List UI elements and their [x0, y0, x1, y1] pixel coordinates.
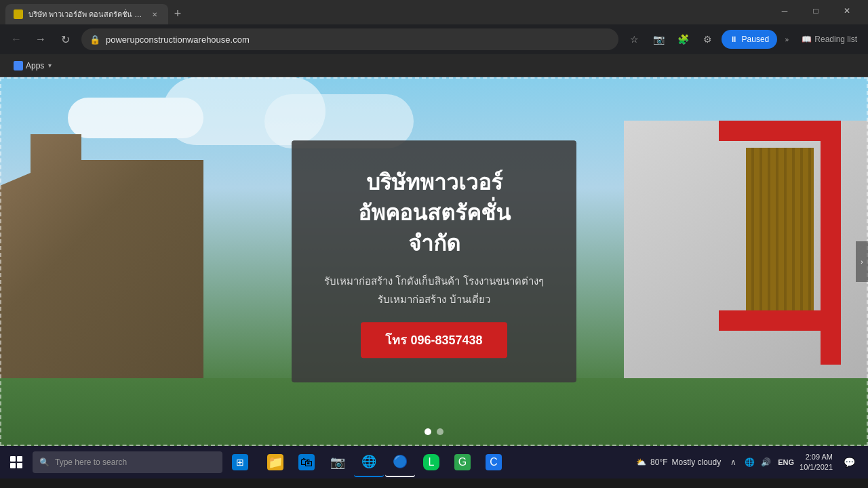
explorer-icon: 📁 [267, 454, 283, 470]
weather-condition: Mostly cloudy [672, 458, 722, 467]
taskbar-time: 2:09 AM 10/1/2021 [800, 452, 833, 473]
taskbar-app-app6[interactable]: G [448, 447, 477, 477]
taskbar-app-app7[interactable]: C [479, 447, 509, 477]
refresh-button[interactable]: ↻ [54, 28, 76, 50]
reading-list-label: Reading list [814, 35, 857, 44]
paused-icon: ⏸ [730, 35, 738, 44]
store-icon: 🛍 [298, 454, 315, 470]
taskbar-app-chrome[interactable]: 🔵 [385, 447, 415, 477]
active-tab[interactable]: บริษัท พาวเวอร์อัพ คอนสตรัคชั่น จำก... ✕ [5, 4, 168, 24]
phone-button[interactable]: โทร 096-8357438 [361, 323, 507, 359]
chrome-icon: 🔵 [392, 453, 408, 470]
weather-icon: ⛅ [636, 458, 646, 467]
hero-subtitle: รับเหมาก่อสร้าง โกดังเก็บสินค้า โรงงานขน… [324, 272, 543, 309]
more-options-button[interactable]: » [780, 30, 793, 49]
apps-favicon [14, 61, 23, 70]
taskbar: 🔍 Type here to search ⊞ 📁 🛍 📷 🌐 🔵 L G C [0, 446, 868, 479]
search-icon: 🔍 [39, 458, 50, 467]
taskbar-weather[interactable]: ⛅ 80°F Mostly cloudy [636, 458, 721, 467]
camera-icon: 📷 [330, 454, 346, 470]
new-tab-button[interactable]: + [168, 4, 187, 23]
app7-icon: C [486, 454, 502, 470]
hero-subtitle-line2: รับเหมาก่อสร้าง บ้านเดี่ยว [324, 291, 543, 309]
windows-icon [10, 456, 22, 468]
paused-label: Paused [742, 35, 770, 44]
sidebar-toggle-button[interactable]: › [856, 241, 868, 282]
taskbar-app-store[interactable]: 🛍 [292, 447, 321, 477]
address-bar-input[interactable]: 🔒 powerupconstructionwarehouse.com [81, 28, 618, 50]
apps-chevron: ▾ [48, 62, 52, 69]
url-text: powerupconstructionwarehouse.com [106, 35, 610, 45]
reading-list-button[interactable]: 📖 Reading list [796, 32, 863, 47]
maximize-button[interactable]: □ [800, 0, 831, 22]
profile-button[interactable]: ⚙ [697, 28, 719, 50]
edge-icon: 🌐 [361, 453, 377, 470]
search-placeholder: Type here to search [55, 458, 127, 467]
apps-label: Apps [26, 61, 44, 70]
taskbar-app-camera[interactable]: 📷 [323, 447, 353, 477]
lock-icon: 🔒 [90, 35, 100, 45]
taskbar-app-edge[interactable]: 🌐 [354, 447, 384, 477]
taskbar-app-explorer[interactable]: 📁 [260, 447, 290, 477]
taskbar-app-line[interactable]: L [416, 447, 446, 477]
back-button[interactable]: ← [5, 28, 27, 50]
clouds-decoration [68, 98, 203, 138]
window-controls: ─ □ ✕ [769, 0, 863, 24]
tab-close-button[interactable]: ✕ [149, 9, 160, 20]
grass [0, 378, 868, 446]
start-button[interactable] [3, 449, 30, 476]
slider-dots [425, 428, 443, 435]
hero-card: บริษัทพาวเวอร์อัพคอนสตรัคชั่นจำกัด รับเห… [292, 140, 576, 382]
extensions-button[interactable]: 🧩 [673, 28, 694, 50]
network-icon[interactable]: 🌐 [743, 455, 756, 469]
task-view-icon: ⊞ [232, 454, 248, 470]
address-bar: ← → ↻ 🔒 powerupconstructionwarehouse.com… [0, 24, 868, 54]
screenshot-button[interactable]: 📷 [648, 28, 670, 50]
weather-temp: 80°F [650, 458, 667, 467]
time-display: 2:09 AM [800, 452, 833, 462]
minimize-button[interactable]: ─ [769, 0, 800, 22]
slider-dot-1[interactable] [425, 428, 431, 435]
browser-chrome: บริษัท พาวเวอร์อัพ คอนสตรัคชั่น จำก... ✕… [0, 0, 868, 446]
building-left [0, 134, 203, 392]
volume-icon[interactable]: 🔊 [759, 455, 772, 469]
language-indicator[interactable]: ENG [778, 458, 794, 466]
notification-button[interactable]: 💬 [838, 451, 860, 473]
hero-title: บริษัทพาวเวอร์อัพคอนสตรัคชั่นจำกัด [358, 167, 511, 258]
web-content: บริษัทพาวเวอร์อัพคอนสตรัคชั่นจำกัด รับเห… [0, 77, 868, 446]
paused-button[interactable]: ⏸ Paused [722, 30, 778, 49]
task-view-button[interactable]: ⊞ [225, 447, 255, 477]
reading-list-icon: 📖 [802, 35, 812, 44]
bookmark-star-button[interactable]: ☆ [624, 28, 646, 50]
taskbar-apps: 📁 🛍 📷 🌐 🔵 L G C [260, 447, 509, 477]
hero-subtitle-line1: รับเหมาก่อสร้าง โกดังเก็บสินค้า โรงงานขน… [324, 272, 543, 291]
apps-bookmark[interactable]: Apps ▾ [8, 58, 57, 73]
tab-favicon [14, 9, 23, 19]
date-display: 10/1/2021 [800, 462, 833, 472]
taskbar-search[interactable]: 🔍 Type here to search [33, 451, 222, 473]
building-right [624, 121, 868, 392]
forward-button[interactable]: → [30, 28, 52, 50]
tab-title: บริษัท พาวเวอร์อัพ คอนสตรัคชั่น จำก... [28, 8, 144, 20]
system-tray: ∧ 🌐 🔊 [726, 455, 772, 469]
close-button[interactable]: ✕ [831, 0, 863, 22]
tab-bar: บริษัท พาวเวอร์อัพ คอนสตรัคชั่น จำก... ✕… [0, 0, 868, 24]
tray-expand-icon[interactable]: ∧ [726, 455, 740, 469]
line-icon: L [423, 454, 439, 470]
slider-dot-2[interactable] [437, 428, 443, 435]
taskbar-right: ⛅ 80°F Mostly cloudy ∧ 🌐 🔊 ENG 2:09 AM 1… [636, 451, 865, 473]
bookmarks-bar: Apps ▾ [0, 54, 868, 77]
app6-icon: G [454, 454, 471, 470]
